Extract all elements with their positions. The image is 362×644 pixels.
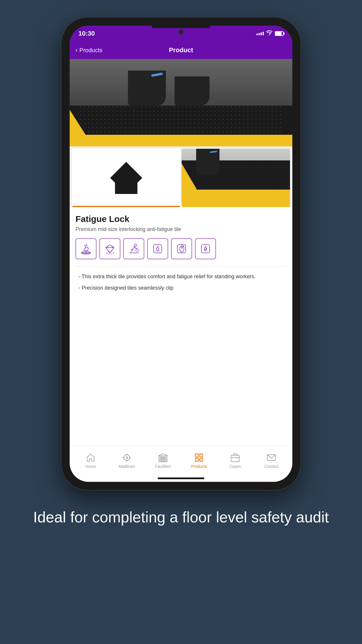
thumb-shoe	[196, 149, 219, 175]
home-indicator	[158, 477, 204, 479]
thumbnail-gallery[interactable]	[70, 146, 292, 207]
thumbnail-2[interactable]	[182, 149, 290, 207]
back-label: Products	[79, 47, 102, 54]
phone-notch	[152, 26, 210, 28]
nav-label-contact: Contact	[264, 464, 278, 469]
nav-item-home[interactable]: Home	[79, 452, 102, 469]
hero-yellow-border	[70, 135, 292, 146]
facilities-icon	[158, 452, 168, 463]
phone-camera	[178, 29, 184, 34]
matbrain-icon	[122, 452, 132, 463]
svg-rect-29	[162, 459, 164, 462]
main-content[interactable]: Fatigue Lock Premium mid-size interlocki…	[70, 59, 292, 446]
feature-icon-liquid	[147, 238, 168, 259]
svg-point-2	[85, 252, 87, 254]
tagline: Ideal for completing a floor level safet…	[0, 490, 362, 527]
svg-rect-28	[160, 459, 161, 462]
svg-rect-32	[200, 454, 203, 457]
hero-shoe-left	[128, 71, 166, 106]
svg-rect-27	[164, 457, 166, 459]
feature-icon-waterproof	[195, 238, 216, 259]
nav-item-products[interactable]: Products	[187, 452, 211, 469]
status-icons	[256, 30, 284, 37]
svg-rect-25	[160, 457, 161, 459]
nav-header: ‹ Products Product	[70, 41, 292, 59]
waterproof-icon	[199, 242, 212, 255]
signal-dots-icon	[256, 32, 264, 35]
svg-point-1	[82, 252, 84, 254]
back-chevron-icon: ‹	[75, 46, 78, 54]
hero-pants	[70, 59, 292, 106]
nav-label-facilities: Facilities	[155, 464, 171, 469]
wifi-icon	[266, 30, 273, 37]
status-time: 10:30	[78, 30, 95, 37]
nav-label-cases: Cases	[229, 464, 241, 469]
svg-line-17	[205, 249, 206, 250]
contact-icon	[266, 452, 277, 463]
home-bar-wrapper	[70, 475, 292, 482]
anti-fatigue-icon	[80, 242, 92, 255]
svg-rect-35	[231, 455, 239, 462]
hero-image	[70, 59, 292, 146]
product-subtitle: Premium mid-size interlocking anti-fatig…	[75, 226, 287, 232]
feature-icon-anti-fatigue	[75, 238, 96, 259]
nav-item-contact[interactable]: Contact	[260, 452, 283, 469]
nav-label-home: Home	[85, 464, 96, 469]
nav-item-cases[interactable]: Cases	[224, 452, 247, 469]
phone-screen: 10:30 ‹	[70, 26, 292, 482]
page-title: Product	[110, 46, 252, 54]
thumbnail-1[interactable]	[72, 149, 180, 207]
nav-item-matbrain[interactable]: MatBrain	[115, 452, 138, 469]
cases-icon	[230, 452, 240, 463]
feature-icon-diamond	[99, 238, 120, 259]
svg-point-9	[134, 244, 137, 246]
svg-point-11	[136, 250, 139, 251]
product-description: - This extra thick tile provides comfort…	[75, 272, 287, 292]
diamond-icon	[103, 242, 116, 255]
svg-rect-34	[200, 458, 203, 461]
svg-rect-26	[162, 457, 164, 459]
liquid-proof-icon	[151, 242, 164, 255]
feature-icon-slip	[123, 238, 144, 259]
svg-rect-33	[195, 458, 198, 461]
fire-resist-icon	[175, 242, 188, 255]
divider	[75, 266, 287, 267]
slip-resist-icon	[127, 242, 140, 255]
svg-point-18	[124, 455, 130, 461]
thumb-mat-black	[72, 149, 180, 207]
hero-shoe-right	[175, 76, 210, 106]
svg-rect-31	[195, 454, 198, 457]
feature-icon-fire	[171, 238, 192, 259]
svg-rect-30	[164, 459, 166, 462]
svg-rect-12	[154, 245, 162, 253]
product-info: Fatigue Lock Premium mid-size interlocki…	[70, 207, 292, 302]
phone-wrapper: 10:30 ‹	[61, 18, 301, 490]
svg-rect-15	[201, 245, 210, 253]
home-icon	[85, 452, 96, 463]
back-button[interactable]: ‹ Products	[75, 46, 110, 54]
nav-label-matbrain: MatBrain	[119, 464, 135, 469]
nav-item-facilities[interactable]: Facilities	[151, 452, 175, 469]
svg-point-3	[88, 252, 90, 254]
description-item-1: - This extra thick tile provides comfort…	[75, 272, 287, 281]
thumb-mat-scene	[182, 149, 290, 207]
product-name: Fatigue Lock	[75, 214, 287, 224]
feature-icons	[75, 238, 287, 259]
svg-point-19	[126, 457, 128, 459]
products-icon	[194, 452, 204, 463]
mat-tile-shape	[110, 162, 142, 194]
nav-label-products: Products	[191, 464, 207, 469]
bottom-nav: Home MatBrain	[70, 446, 292, 475]
description-item-2: - Precision designed tiles seamlessly cl…	[75, 284, 287, 292]
battery-icon	[275, 31, 284, 36]
